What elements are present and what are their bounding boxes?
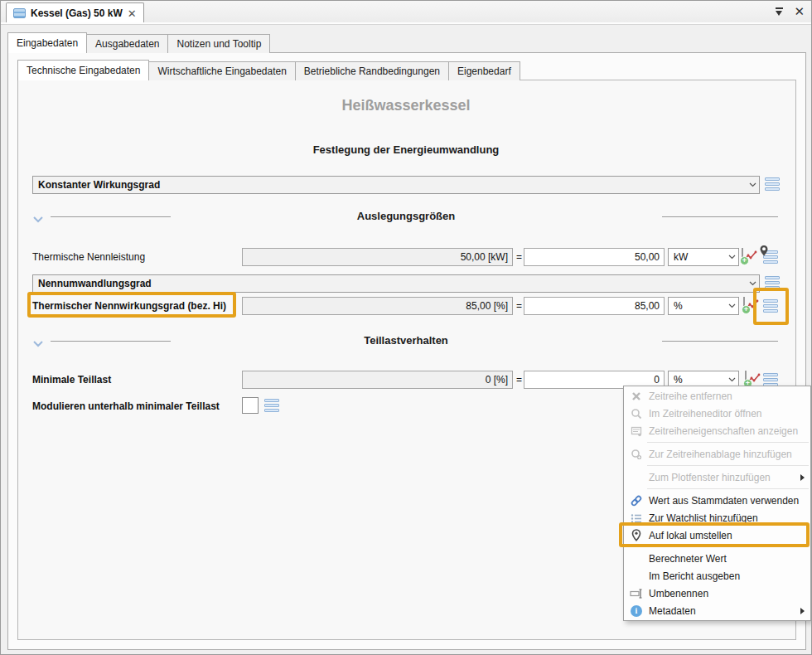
chart-add-icon[interactable]: + — [743, 297, 745, 313]
tab-label: Ausgabedaten — [95, 38, 159, 50]
tab-label: Notizen und Tooltip — [176, 38, 261, 50]
pin-icon — [758, 245, 770, 261]
timeseries-properties-icon — [629, 425, 644, 438]
nennwirkungsgrad-readonly-field — [242, 297, 513, 315]
chevron-down-icon — [746, 182, 759, 187]
menu-item-label: Berechneter Wert — [649, 553, 727, 565]
row-label-thermische-nennleistung: Thermische Nennleistung — [32, 251, 145, 263]
equals-sign: = — [516, 374, 522, 386]
info-icon: i — [629, 604, 644, 618]
unit-combobox-kw[interactable]: kW — [668, 248, 739, 266]
menu-item-label: Zeitreihe entfernen — [649, 391, 732, 402]
subtab-eigenbedarf[interactable]: Eigenbedarf — [448, 61, 520, 80]
menu-item-zeitreihe-entfernen: Zeitreihe entfernen — [624, 387, 810, 405]
pin-icon — [629, 529, 644, 542]
pin-timeseries-options-icon[interactable] — [763, 249, 781, 267]
tab-label: Eigenbedarf — [457, 66, 511, 77]
thermische-nennleistung-input[interactable] — [524, 248, 665, 266]
menu-item-label: Im Zeitreiheneditor öffnen — [649, 408, 762, 420]
section-divider — [662, 341, 778, 342]
modulieren-checkbox[interactable] — [242, 397, 259, 414]
subtab-technische-eingabedaten[interactable]: Technische Eingabedaten — [17, 60, 149, 80]
menu-item-label: Im Bericht ausgeben — [649, 570, 740, 582]
equals-sign: = — [516, 300, 522, 312]
chevron-down-icon — [725, 303, 738, 308]
timeseries-options-icon[interactable] — [765, 176, 783, 194]
menu-separator — [647, 488, 809, 489]
chart-add-icon[interactable]: + — [745, 371, 747, 386]
menu-item-zur-zeitreihenablage-hinzufuegen: Zur Zeitreihenablage hinzufügen — [624, 445, 810, 463]
timeseries-archive-add-icon — [629, 448, 644, 461]
equals-sign: = — [516, 251, 522, 263]
titlebar-icons: ✕ — [775, 5, 805, 17]
menu-item-label: Zeitreiheneigenschaften anzeigen — [649, 425, 798, 437]
chevron-down-icon — [746, 281, 759, 286]
submenu-arrow-icon — [800, 474, 805, 481]
subtab-betriebliche-randbedingungen[interactable]: Betriebliche Randbedingungen — [295, 61, 449, 80]
app-window: Kessel (Gas) 50 kW ✕ ✕ Eingabedaten Ausg… — [0, 0, 812, 655]
menu-item-label: Zur Zeitreihenablage hinzufügen — [649, 449, 792, 460]
menu-item-berechneter-wert[interactable]: Berechneter Wert — [624, 550, 810, 567]
chart-add-icon[interactable]: + — [742, 248, 743, 264]
row-label-minimale-teillast: Minimale Teillast — [32, 374, 111, 386]
nennwirkungsgrad-input[interactable] — [524, 297, 665, 315]
subtab-wirtschaftliche-eingabedaten[interactable]: Wirtschaftliche Eingabedaten — [148, 61, 295, 80]
submenu-arrow-icon — [800, 608, 805, 614]
menu-item-label: Metadaten — [649, 605, 696, 617]
unit-value: % — [669, 300, 725, 312]
combobox-value: Konstanter Wirkungsgrad — [33, 179, 746, 191]
menu-item-label: Zum Plotfenster hinzufügen — [649, 472, 771, 483]
nennumwandlungsgrad-combobox[interactable]: Nennumwandlungsgrad — [32, 274, 760, 293]
tab-label: Wirtschaftliche Eingabedaten — [157, 66, 286, 77]
menu-item-metadaten[interactable]: i Metadaten — [624, 602, 810, 619]
menu-separator — [647, 465, 809, 466]
timeseries-options-icon-highlighted[interactable] — [763, 298, 781, 316]
menu-item-auf-lokal-umstellen[interactable]: Auf lokal umstellen — [624, 526, 810, 544]
main-tabstrip: Eingabedaten Ausgabedaten Notizen und To… — [7, 32, 269, 53]
tab-label: Eingabedaten — [17, 37, 78, 49]
thermische-nennleistung-readonly-field — [242, 248, 513, 266]
row-label-thermischer-nennwirkungsgrad: Thermischer Nennwirkungsgrad (bez. Hi) — [32, 300, 226, 312]
close-icon[interactable]: ✕ — [794, 5, 805, 17]
unit-combobox-percent[interactable]: % — [668, 297, 739, 315]
menu-separator — [647, 546, 809, 547]
add-badge-icon: + — [740, 256, 749, 265]
remove-timeseries-icon — [629, 390, 644, 403]
menu-item-im-bericht-ausgeben[interactable]: Im Bericht ausgeben — [624, 567, 810, 585]
menu-item-zum-plotfenster-hinzufuegen: Zum Plotfenster hinzufügen — [624, 468, 810, 486]
menu-separator — [647, 442, 809, 443]
menu-item-umbenennen[interactable]: Umbenennen — [624, 585, 810, 602]
watchlist-icon — [629, 512, 644, 525]
timeseries-editor-icon — [629, 407, 644, 420]
timeseries-options-icon[interactable] — [765, 274, 783, 293]
menu-item-label: Zur Watchlist hinzufügen — [649, 512, 758, 524]
rename-icon — [629, 587, 644, 600]
titlebar: Kessel (Gas) 50 kW ✕ ✕ — [1, 1, 811, 23]
tab-ausgabedaten[interactable]: Ausgabedaten — [86, 34, 168, 53]
menu-item-im-zeitreiheneditor-oeffnen: Im Zeitreiheneditor öffnen — [624, 405, 810, 422]
no-icon — [629, 570, 644, 583]
timeseries-options-icon[interactable] — [264, 397, 283, 415]
boiler-icon — [13, 8, 26, 18]
no-icon — [629, 552, 644, 565]
page-title: Heißwasserkessel — [1, 97, 811, 114]
tab-eingabedaten[interactable]: Eingabedaten — [7, 32, 87, 53]
row-label-modulieren: Modulieren unterhalb minimaler Teillast — [32, 400, 220, 412]
chevron-down-icon — [725, 255, 738, 260]
section-divider — [662, 216, 778, 217]
tab-close-icon[interactable]: ✕ — [128, 8, 137, 19]
tab-notizen-und-tooltip[interactable]: Notizen und Tooltip — [167, 34, 270, 53]
section-title-energieumwandlung: Festlegung der Energieumwandlung — [1, 143, 811, 156]
no-icon — [629, 471, 644, 484]
unit-value: % — [669, 374, 725, 386]
chevron-down-icon — [725, 377, 738, 382]
tab-label: Betriebliche Randbedingungen — [304, 66, 440, 77]
menu-item-zur-watchlist-hinzufuegen[interactable]: Zur Watchlist hinzufügen — [624, 509, 810, 526]
menu-item-wert-aus-stammdaten-verwenden[interactable]: Wert aus Stammdaten verwenden — [624, 492, 810, 509]
menu-item-zeitreiheneigenschaften-anzeigen: Zeitreiheneigenschaften anzeigen — [624, 422, 810, 439]
add-badge-icon: + — [742, 305, 751, 314]
tab-label: Technische Eingabedaten — [27, 65, 140, 76]
tab-list-dropdown-icon[interactable] — [775, 7, 784, 17]
energieumwandlung-combobox[interactable]: Konstanter Wirkungsgrad — [32, 176, 760, 194]
document-tab[interactable]: Kessel (Gas) 50 kW ✕ — [6, 2, 144, 23]
